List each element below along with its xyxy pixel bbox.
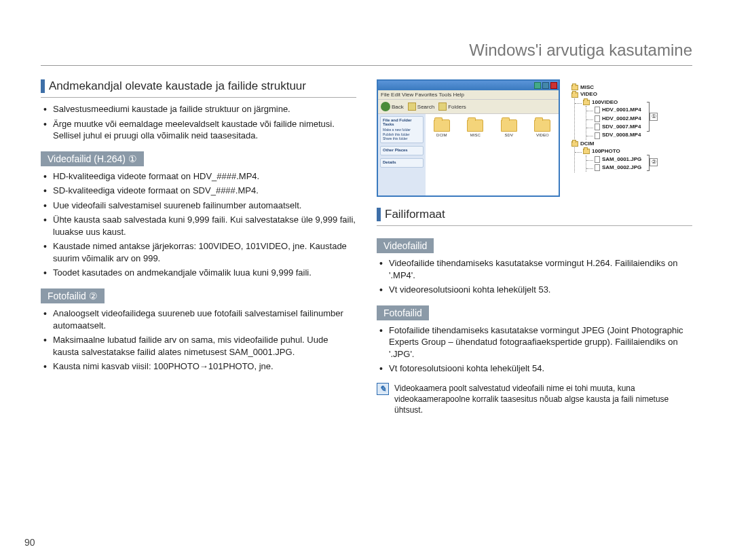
- folder-icon: [467, 119, 483, 132]
- sub-header-fotofailid: Fotofailid ②: [41, 288, 105, 303]
- page-number: 90: [24, 537, 35, 548]
- window-titlebar: [378, 81, 559, 90]
- folder-icon: [434, 119, 450, 132]
- bullet-item: Kaustade nimed antakse järjekorras: 100V…: [53, 240, 356, 264]
- bullet-item: Vt videoresolutsiooni kohta leheküljelt …: [389, 284, 692, 296]
- two-column-layout: Andmekandjal olevate kaustade ja failide…: [41, 79, 692, 415]
- tree-file: SDV_0007.MP4: [602, 124, 641, 130]
- folder-icon: [583, 149, 590, 154]
- sub-header-videofailid-h264: Videofailid (H.264) ①: [41, 151, 144, 166]
- file-icon: [595, 124, 600, 130]
- fotofailid-bullets: Fotofailide tihendamiseks kasutatakse vo…: [377, 324, 692, 375]
- close-icon: [550, 82, 557, 89]
- folder-icon: [571, 92, 578, 98]
- intro-bullets: Salvestusmeediumi kaustade ja failide st…: [41, 103, 356, 142]
- sidebar-link: Share this folder: [383, 136, 421, 141]
- bullet-item: Toodet kasutades on andmekandjale võimal…: [53, 267, 356, 279]
- back-button: Back: [381, 102, 404, 111]
- folder-icon: [583, 100, 590, 105]
- sidebar-other-places: Other Places: [380, 146, 424, 155]
- bullet-item: HD-kvaliteediga videote formaat on HDV_#…: [53, 170, 356, 183]
- folders-button: Folders: [438, 102, 466, 111]
- section-failiformaat: Failiformaat: [377, 208, 692, 221]
- divider: [377, 225, 692, 226]
- search-icon: [408, 102, 416, 111]
- photo-bullets: Analoogselt videofailidega suureneb uue …: [41, 307, 356, 373]
- tree-file: HDV_0002.MP4: [602, 115, 641, 122]
- bullet-item: SD-kvaliteediga videote formaat on SDV_#…: [53, 185, 356, 197]
- note-text: Videokaamera poolt salvestatud videofail…: [394, 383, 692, 416]
- note-box: ✎ Videokaamera poolt salvestatud videofa…: [377, 383, 692, 416]
- minimize-icon: [534, 82, 541, 89]
- folder-label: VIDEO: [536, 133, 549, 137]
- bullet-item: Maksimaalne lubatud failide arv on sama,…: [53, 334, 356, 358]
- bullet-item: Ühte kausta saab salvestada kuni 9,999 f…: [53, 214, 356, 238]
- menu-bar: File Edit View Favorites Tools Help: [378, 90, 559, 99]
- sub-header-fotofailid-right: Fotofailid: [377, 305, 429, 320]
- toolbar: Back Search Folders: [378, 99, 559, 114]
- windows-explorer-window: File Edit View Favorites Tools Help Back…: [377, 79, 560, 197]
- tree-file: SDV_0008.MP4: [602, 132, 641, 138]
- tree-file: HDV_0001.MP4: [602, 107, 641, 113]
- explorer-file-pane: DCIM MISC SDV VIDEO: [426, 114, 559, 195]
- folder-item: SDV: [501, 119, 517, 137]
- left-column: Andmekandjal olevate kaustade ja failide…: [41, 79, 356, 415]
- bullet-item: Analoogselt videofailidega suureneb uue …: [53, 307, 356, 331]
- file-icon: [595, 107, 600, 113]
- bullet-item: Salvestusmeediumi kaustade ja failide st…: [53, 103, 356, 115]
- back-icon: [381, 102, 390, 111]
- file-icon: [595, 115, 600, 122]
- folder-icon: [571, 85, 578, 90]
- search-button: Search: [408, 102, 434, 111]
- file-icon: [595, 164, 600, 171]
- tree-file: SAM_0001.JPG: [602, 156, 641, 163]
- folder-tree-diagram: MISC VIDEO 100VIDEO HDV_0001.MP4 HDV_000…: [567, 79, 646, 177]
- sub-header-videofailid: Videofailid: [377, 238, 434, 253]
- bullet-item: Vt fotoresolutsiooni kohta leheküljelt 5…: [389, 362, 692, 375]
- tree-label-100photo: 100PHOTO: [592, 148, 620, 155]
- tree-label-dcim: DCIM: [580, 141, 594, 147]
- folder-icon: [501, 119, 517, 132]
- bullet-item: Uue videofaili salvestamisel suureneb fa…: [53, 200, 356, 212]
- page-title: Windows'i arvutiga kasutamine: [41, 41, 692, 66]
- tree-label-video: VIDEO: [580, 91, 597, 98]
- sidebar-block-header: Details: [383, 160, 421, 164]
- folder-icon: [534, 119, 550, 132]
- right-column: File Edit View Favorites Tools Help Back…: [377, 79, 692, 415]
- folders-label: Folders: [448, 104, 466, 110]
- bullet-item: Fotofailide tihendamiseks kasutatakse vo…: [389, 324, 692, 360]
- sidebar-tasks: File and Folder Tasks Make a new folder …: [380, 116, 424, 143]
- divider: [41, 97, 356, 98]
- marker-2: ②: [650, 158, 658, 166]
- back-label: Back: [392, 104, 404, 110]
- video-bullets: HD-kvaliteediga videote formaat on HDV_#…: [41, 170, 356, 279]
- folder-item: MISC: [467, 119, 483, 137]
- videofailid-bullets: Videofailide tihendamiseks kasutatakse v…: [377, 257, 692, 296]
- bullet-item: Kausta nimi kasvab viisil: 100PHOTO→101P…: [53, 360, 356, 373]
- file-icon: [595, 156, 600, 163]
- tree-file: SAM_0002.JPG: [602, 164, 641, 171]
- folder-label: SDV: [505, 133, 513, 137]
- folder-item: DCIM: [434, 119, 450, 137]
- illustration-area: File Edit View Favorites Tools Help Back…: [377, 79, 692, 197]
- explorer-sidebar: File and Folder Tasks Make a new folder …: [378, 114, 426, 195]
- folder-item: VIDEO: [534, 119, 550, 137]
- maximize-icon: [542, 82, 549, 89]
- bullet-item: Ärge muutke või eemaldage meelevaldselt …: [53, 118, 356, 142]
- search-label: Search: [417, 104, 434, 110]
- sidebar-details: Details: [380, 158, 424, 168]
- folders-icon: [438, 102, 447, 111]
- note-icon: ✎: [377, 383, 389, 395]
- bullet-item: Videofailide tihendamiseks kasutatakse v…: [389, 257, 692, 281]
- marker-1: ①: [650, 113, 658, 121]
- file-icon: [595, 132, 600, 139]
- section-folder-structure: Andmekandjal olevate kaustade ja failide…: [41, 79, 356, 93]
- sidebar-block-header: Other Places: [383, 148, 421, 152]
- folder-icon: [571, 141, 578, 147]
- sidebar-block-header: File and Folder Tasks: [383, 118, 421, 126]
- tree-label-100video: 100VIDEO: [592, 99, 618, 106]
- folder-label: MISC: [470, 133, 481, 137]
- folder-label: DCIM: [436, 133, 447, 137]
- tree-label-misc: MISC: [580, 84, 594, 91]
